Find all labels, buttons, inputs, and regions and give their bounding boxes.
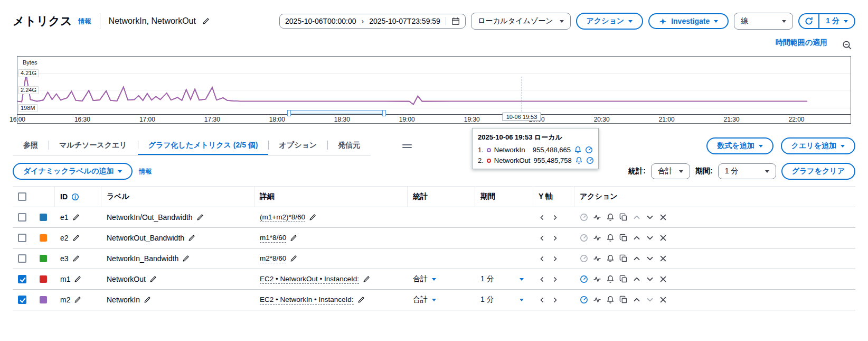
info-icon[interactable] <box>71 193 79 201</box>
apply-time-range-link[interactable]: 時間範囲の適用 <box>776 38 827 48</box>
period-dropdown[interactable]: 1 分 <box>480 295 529 305</box>
row-checkbox[interactable] <box>18 234 26 242</box>
remove-icon[interactable] <box>659 296 667 304</box>
y-axis-left-icon[interactable] <box>539 255 545 262</box>
tab-item[interactable]: マルチソースクエリ <box>49 136 138 155</box>
period-select[interactable]: 1 分 <box>718 163 776 179</box>
gauge-icon[interactable] <box>585 146 593 154</box>
edit-pencil-icon[interactable] <box>182 255 190 262</box>
remove-icon[interactable] <box>659 234 667 242</box>
y-axis-left-icon[interactable] <box>539 276 545 283</box>
move-up-icon[interactable] <box>633 275 641 283</box>
y-axis-right-icon[interactable] <box>552 214 559 221</box>
gauge-icon[interactable] <box>580 275 588 283</box>
edit-pencil-icon[interactable] <box>74 296 81 303</box>
move-up-icon[interactable] <box>633 213 641 222</box>
alarm-bell-icon[interactable] <box>606 275 615 283</box>
statistic-dropdown[interactable]: 合計 <box>413 295 436 305</box>
duplicate-icon[interactable] <box>619 296 628 304</box>
edit-pencil-icon[interactable] <box>74 275 81 283</box>
pulse-icon[interactable] <box>593 275 601 283</box>
edit-pencil-icon[interactable] <box>290 234 297 242</box>
graph-type-select[interactable]: 線 <box>734 13 793 30</box>
tab-item[interactable]: 発信元 <box>327 136 371 155</box>
end-date[interactable]: 2025-10-07T23:59:59 <box>369 17 440 25</box>
move-down-icon[interactable] <box>646 275 654 283</box>
alarm-bell-icon[interactable] <box>606 213 615 222</box>
timezone-select[interactable]: ローカルタイムゾーン <box>471 13 571 30</box>
y-axis-left-icon[interactable] <box>539 214 545 221</box>
duplicate-icon[interactable] <box>619 234 628 242</box>
title-info-link[interactable]: 情報 <box>79 17 91 26</box>
alarm-bell-icon[interactable] <box>606 254 615 263</box>
edit-pencil-icon[interactable] <box>290 255 297 262</box>
pulse-icon[interactable] <box>593 213 601 222</box>
duplicate-icon[interactable] <box>619 254 628 263</box>
alarm-bell-icon[interactable] <box>575 156 583 164</box>
zoom-out-icon[interactable] <box>842 40 852 50</box>
alarm-bell-icon[interactable] <box>574 146 582 154</box>
statistic-select[interactable]: 合計 <box>651 163 690 179</box>
row-checkbox[interactable] <box>18 275 26 283</box>
date-range-picker[interactable]: 2025-10-06T00:00:00 › 2025-10-07T23:59:5… <box>279 14 466 29</box>
row-checkbox[interactable] <box>18 254 26 263</box>
pulse-icon[interactable] <box>593 254 601 263</box>
edit-pencil-icon[interactable] <box>202 17 210 25</box>
move-down-icon[interactable] <box>646 234 654 242</box>
y-axis-right-icon[interactable] <box>552 255 559 262</box>
investigate-button[interactable]: Investigate <box>648 13 729 29</box>
clear-graph-button[interactable]: グラフをクリア <box>781 163 855 180</box>
metric-details[interactable]: m1*8/60 <box>260 234 286 243</box>
add-query-button[interactable]: クエリを追加 <box>781 137 855 154</box>
move-up-icon[interactable] <box>633 254 641 263</box>
move-up-icon[interactable] <box>633 234 641 242</box>
metric-details[interactable]: EC2 • NetworkOut • InstanceId: <box>260 275 359 284</box>
statistic-dropdown[interactable]: 合計 <box>413 274 436 284</box>
tab-item[interactable]: オプション <box>268 136 327 155</box>
remove-icon[interactable] <box>659 213 667 222</box>
add-math-button[interactable]: 数式を追加 <box>706 137 773 154</box>
y-axis-left-icon[interactable] <box>539 235 545 242</box>
pulse-icon[interactable] <box>593 296 601 304</box>
gauge-icon[interactable] <box>580 296 588 304</box>
gauge-icon[interactable] <box>586 156 594 164</box>
refresh-interval-dropdown[interactable]: 1 分 <box>819 14 854 28</box>
pulse-icon[interactable] <box>593 234 601 242</box>
move-down-icon[interactable] <box>646 213 654 222</box>
alarm-bell-icon[interactable] <box>606 234 615 242</box>
tab-item[interactable]: 参照 <box>13 136 49 155</box>
toolbar-info-link[interactable]: 情報 <box>139 167 152 176</box>
row-checkbox[interactable] <box>18 213 26 222</box>
edit-pencil-icon[interactable] <box>188 234 195 242</box>
row-checkbox[interactable] <box>18 296 26 304</box>
duplicate-icon[interactable] <box>619 275 628 283</box>
period-dropdown[interactable]: 1 分 <box>480 274 529 284</box>
move-up-icon[interactable] <box>633 296 641 304</box>
calendar-icon[interactable] <box>451 17 460 25</box>
select-all-checkbox[interactable] <box>18 192 26 201</box>
edit-pencil-icon[interactable] <box>144 296 151 303</box>
y-axis-right-icon[interactable] <box>552 235 559 242</box>
y-axis-right-icon[interactable] <box>552 276 559 283</box>
edit-pencil-icon[interactable] <box>72 255 80 262</box>
tab-item[interactable]: グラフ化したメトリクス (2/5 個) <box>138 136 269 155</box>
edit-pencil-icon[interactable] <box>72 234 80 242</box>
remove-icon[interactable] <box>659 254 667 263</box>
duplicate-icon[interactable] <box>619 213 628 222</box>
move-down-icon[interactable] <box>646 296 654 304</box>
gauge-icon[interactable] <box>580 213 588 222</box>
edit-pencil-icon[interactable] <box>72 214 80 221</box>
metrics-chart[interactable]: Bytes 10-06 19:53 4.21G2.24G198M16:0016:… <box>17 56 851 124</box>
refresh-button[interactable] <box>799 14 818 28</box>
metric-details[interactable]: m2*8/60 <box>260 254 286 263</box>
y-axis-right-icon[interactable] <box>552 297 559 303</box>
actions-button[interactable]: アクション <box>576 13 644 30</box>
gauge-icon[interactable] <box>580 234 588 242</box>
edit-pencil-icon[interactable] <box>196 214 204 221</box>
metric-details[interactable]: (m1+m2)*8/60 <box>260 213 305 222</box>
metric-details[interactable]: EC2 • NetworkIn • InstanceId: <box>260 296 354 305</box>
add-dynamic-label-button[interactable]: ダイナミックラベルの追加 <box>13 163 133 180</box>
edit-pencil-icon[interactable] <box>357 296 365 303</box>
gauge-icon[interactable] <box>580 254 588 263</box>
edit-pencil-icon[interactable] <box>363 275 370 283</box>
